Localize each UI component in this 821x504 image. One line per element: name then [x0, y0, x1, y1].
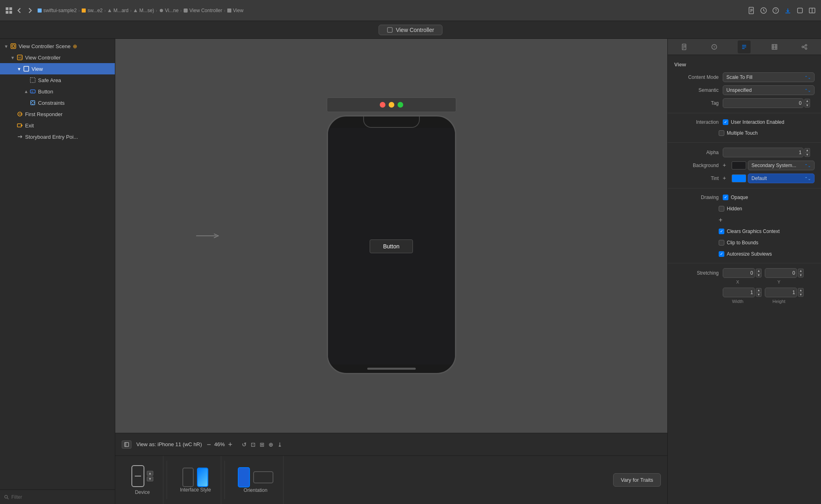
window-min-btn[interactable]	[389, 102, 394, 108]
refresh-icon[interactable]: ↺	[242, 441, 247, 448]
breadcrumb-4[interactable]: M...se)	[133, 8, 154, 13]
alpha-stepper-down[interactable]: ▼	[804, 152, 810, 157]
stretch-h-field[interactable]: 1	[765, 288, 797, 297]
back-icon[interactable]	[15, 6, 23, 15]
download-canvas-icon[interactable]: ⤓	[277, 441, 282, 448]
stretch-w-stepper[interactable]: ▲ ▼	[756, 288, 762, 297]
opaque-checkbox[interactable]: ✓	[723, 195, 728, 200]
clears-graphics-checkbox[interactable]: ✓	[719, 229, 724, 234]
sidebar-toggle-btn[interactable]	[122, 440, 131, 449]
interface-light-icon[interactable]	[182, 468, 194, 487]
stretch-y-field[interactable]: 0	[765, 268, 797, 278]
stretch-x-up[interactable]: ▲	[756, 269, 762, 273]
tab-attributes[interactable]	[738, 40, 751, 53]
stretch-h-up[interactable]: ▲	[798, 288, 804, 292]
plus-canvas-icon[interactable]: ⊕	[269, 441, 273, 448]
file-icon[interactable]	[747, 6, 755, 15]
inspector-tabs: ?	[668, 39, 821, 55]
stretching-xy-fields: 0 ▲ ▼ 0 ▲	[723, 268, 804, 278]
stretch-h-down[interactable]: ▼	[798, 292, 804, 297]
vc-tab[interactable]: View Controller	[379, 25, 443, 35]
semantic-dropdown[interactable]: Unspecified ⌃⌄	[723, 85, 815, 95]
sidebar-item-view[interactable]: ▾ View	[0, 63, 115, 74]
help-icon[interactable]: ?	[772, 6, 780, 15]
sidebar-item-exit[interactable]: Exit	[0, 120, 115, 131]
stretch-y-down[interactable]: ▼	[798, 273, 804, 277]
stretch-y-stepper[interactable]: ▲ ▼	[798, 269, 804, 277]
orient-landscape-icon[interactable]	[253, 471, 273, 483]
tag-stepper-down[interactable]: ▼	[804, 103, 810, 108]
interface-dark-icon[interactable]	[197, 468, 208, 487]
tag-stepper[interactable]: ▲ ▼	[804, 99, 810, 108]
window-max-btn[interactable]	[398, 102, 403, 108]
breadcrumb-3[interactable]: M...ard	[107, 8, 128, 13]
device-stepper-down[interactable]: ▼	[147, 476, 153, 481]
content-mode-dropdown[interactable]: Scale To Fill ⌃⌄	[723, 72, 815, 82]
stretch-w-down[interactable]: ▼	[756, 292, 762, 297]
device-stepper[interactable]: ▲ ▼	[147, 471, 153, 481]
sidebar-item-button[interactable]: ▸ B Button	[0, 86, 115, 97]
stretch-h-stepper[interactable]: ▲ ▼	[798, 288, 804, 297]
vary-traits-button[interactable]: Vary for Traits	[613, 473, 661, 487]
sidebar-item-constraints[interactable]: Constraints	[0, 97, 115, 108]
run-icon[interactable]	[796, 6, 804, 15]
clock-icon[interactable]	[760, 6, 768, 15]
stretch-y-up[interactable]: ▲	[798, 269, 804, 273]
sidebar-item-scene[interactable]: ▾ View Controller Scene ⊕	[0, 40, 115, 52]
breadcrumb-5[interactable]: Vi...ne	[159, 8, 179, 13]
hidden-checkbox[interactable]	[719, 206, 724, 212]
zoom-out-btn[interactable]: −	[207, 441, 211, 448]
tag-stepper-up[interactable]: ▲	[804, 99, 810, 103]
device-icon-area: ▲ ▼	[131, 465, 153, 487]
clip-bounds-checkbox[interactable]	[719, 240, 724, 246]
tint-plus-btn[interactable]: +	[723, 175, 729, 182]
background-plus-btn[interactable]: +	[723, 162, 729, 169]
width-label: Width	[719, 299, 757, 304]
stretch-x-field[interactable]: 0	[723, 268, 755, 278]
stretch-w-up[interactable]: ▲	[756, 288, 762, 292]
phone-button[interactable]: Button	[370, 239, 413, 253]
breadcrumb-2[interactable]: sw...e2	[81, 8, 102, 13]
tint-dropdown[interactable]: Default ⌃⌄	[748, 174, 815, 183]
user-interaction-row: ✓ User Interaction Enabled	[723, 119, 784, 125]
device-stepper-up[interactable]: ▲	[147, 471, 153, 476]
window-close-btn[interactable]	[380, 102, 385, 108]
stretch-x-down[interactable]: ▼	[756, 273, 762, 277]
zoom-in-btn[interactable]: +	[228, 441, 233, 448]
tint-swatch[interactable]	[732, 174, 746, 182]
stretch-x-value: 0	[750, 270, 753, 276]
interaction-label: Interaction	[674, 119, 719, 125]
forward-icon[interactable]	[26, 6, 34, 15]
tag-field[interactable]: 0	[723, 98, 804, 108]
sidebar-item-vc[interactable]: ▾ VC View Controller	[0, 52, 115, 63]
tab-quick-help[interactable]: ?	[708, 40, 721, 53]
background-swatch[interactable]	[732, 161, 746, 169]
tab-file[interactable]	[678, 40, 691, 53]
drawing-plus-btn[interactable]: +	[719, 217, 725, 223]
orient-portrait-icon[interactable]	[238, 467, 250, 487]
tab-connections[interactable]	[798, 40, 811, 53]
sidebar-item-responder[interactable]: FR First Responder	[0, 108, 115, 120]
alpha-field[interactable]: 1	[723, 148, 804, 157]
grid-icon[interactable]	[5, 6, 13, 15]
stretch-w-field[interactable]: 1	[723, 288, 755, 297]
download-icon[interactable]	[784, 6, 792, 15]
alpha-stepper-up[interactable]: ▲	[804, 148, 810, 152]
background-dropdown[interactable]: Secondary System... ⌃⌄	[748, 161, 815, 170]
content-mode-chevron: ⌃⌄	[804, 75, 811, 80]
breadcrumb-view[interactable]: View	[227, 8, 243, 13]
sidebar-item-storyboard[interactable]: Storyboard Entry Poi...	[0, 131, 115, 142]
tab-size[interactable]	[768, 40, 781, 53]
editor-icon[interactable]	[808, 6, 816, 15]
alpha-stepper[interactable]: ▲ ▼	[804, 148, 810, 157]
breadcrumb-vc[interactable]: View Controller	[183, 8, 222, 13]
multiple-touch-checkbox[interactable]	[719, 130, 724, 136]
stretch-x-stepper[interactable]: ▲ ▼	[756, 269, 762, 277]
sidebar-item-safe-area[interactable]: Safe Area	[0, 74, 115, 86]
tint-chevron: ⌃⌄	[804, 176, 811, 181]
zoom-fit-icon[interactable]: ⊞	[260, 441, 264, 448]
autoresize-checkbox[interactable]: ✓	[719, 251, 724, 257]
user-interaction-checkbox[interactable]: ✓	[723, 119, 728, 125]
fit-icon[interactable]: ⊡	[251, 441, 256, 448]
breadcrumb-project[interactable]: swiftui-sample2	[37, 8, 77, 13]
